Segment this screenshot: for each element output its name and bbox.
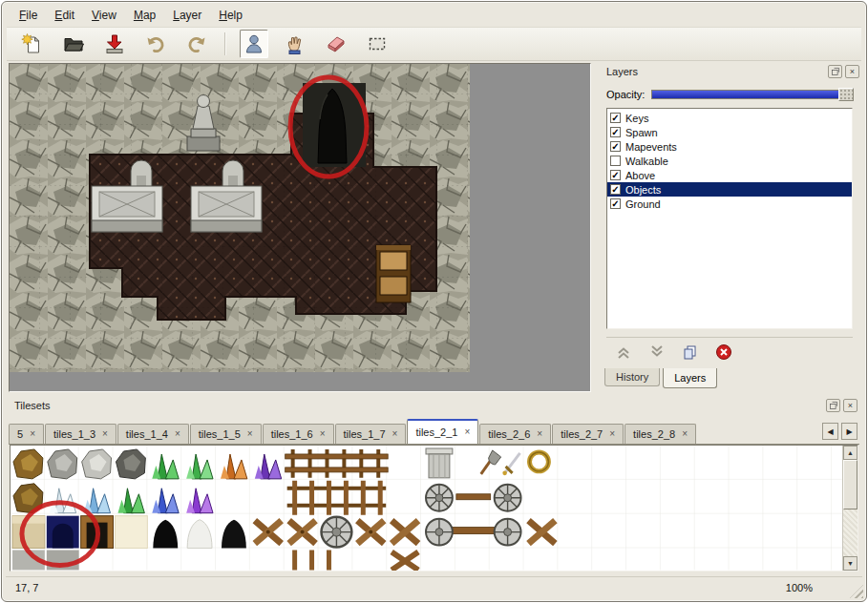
tab-tiles_1_5[interactable]: tiles_1_5 × (190, 424, 262, 444)
scroll-up-button[interactable]: ▲ (843, 446, 857, 460)
tileset-scrollbar[interactable]: ▲ ▼ (842, 446, 857, 571)
menu-layer[interactable]: Layer (165, 6, 209, 25)
select-tool-button[interactable] (363, 30, 392, 58)
tab-tiles_2_6[interactable]: tiles_2_6 × (479, 424, 551, 444)
app-window: File Edit View Map Layer Help (1, 1, 867, 602)
tab-close-icon[interactable]: × (30, 429, 35, 439)
layer-row-ground[interactable]: ✓ Ground (607, 197, 852, 211)
menu-view[interactable]: View (84, 6, 124, 25)
duplicate-layer-button[interactable] (681, 343, 700, 362)
tab-layers[interactable]: Layers (663, 368, 717, 388)
layer-label: Above (625, 170, 655, 181)
float-panel-button[interactable] (828, 65, 842, 78)
tile-plank (456, 494, 491, 500)
opacity-slider-handle[interactable] (838, 88, 854, 101)
tab-scroll-left-button[interactable]: ◀ (822, 423, 838, 440)
cabinet (376, 245, 411, 302)
tab-scroll-right-button[interactable]: ▶ (841, 423, 857, 440)
tomb-right (191, 186, 262, 232)
layer-row-keys[interactable]: ✓ Keys (607, 111, 852, 125)
tab-close-icon[interactable]: × (175, 429, 180, 439)
close-icon: × (848, 402, 853, 410)
layer-row-spawn[interactable]: ✓ Spawn (607, 125, 852, 139)
redo-button[interactable] (182, 30, 211, 58)
layers-panel-title: Layers (606, 66, 825, 77)
person-stamp-icon (243, 32, 265, 55)
tab-close-icon[interactable]: × (609, 429, 615, 439)
tab-tiles_2_8[interactable]: tiles_2_8 × (625, 424, 696, 444)
layer-label: Mapevents (625, 141, 677, 153)
tab-close-icon[interactable]: × (247, 429, 253, 439)
tab-close-icon[interactable]: × (464, 427, 470, 437)
tab-close-icon[interactable]: × (320, 429, 326, 439)
map-canvas[interactable] (10, 64, 470, 372)
tomb-left (92, 186, 162, 232)
menu-map[interactable]: Map (126, 6, 163, 25)
delete-layer-button[interactable] (714, 343, 733, 362)
delete-icon (715, 343, 732, 361)
float-icon (831, 67, 840, 76)
selected-tile-navy-door[interactable] (47, 516, 79, 549)
layer-row-objects[interactable]: ✓ Objects (607, 182, 852, 197)
eraser-tool-button[interactable] (322, 30, 350, 58)
tab-close-icon[interactable]: × (682, 429, 688, 439)
menu-file[interactable]: File (11, 6, 45, 25)
scrollbar-thumb[interactable] (843, 460, 857, 509)
float-panel-button[interactable] (826, 399, 840, 412)
scrollbar-track[interactable] (843, 460, 857, 556)
layer-checkbox[interactable]: ✓ (610, 113, 621, 123)
layer-checkbox[interactable] (610, 156, 621, 166)
layer-row-above[interactable]: ✓ Above (607, 168, 852, 182)
tab-history[interactable]: History (604, 368, 660, 386)
tile-wheel-large (322, 517, 352, 548)
close-icon: × (850, 68, 855, 76)
tab-tiles_2_1[interactable]: tiles_2_1 × (407, 419, 478, 444)
move-up-icon (615, 343, 632, 361)
tab-close-icon[interactable]: × (102, 429, 108, 439)
stamp-tool-button[interactable] (240, 30, 268, 58)
tab-tiles_1_4[interactable]: tiles_1_4 × (117, 424, 189, 444)
tab-close-icon[interactable]: × (392, 429, 398, 439)
tab-tiles_2_7[interactable]: tiles_2_7 × (552, 424, 624, 444)
save-button[interactable] (100, 30, 129, 58)
close-panel-button[interactable]: × (843, 399, 857, 412)
menu-help[interactable]: Help (211, 6, 250, 25)
layer-checkbox[interactable]: ✓ (610, 170, 621, 180)
tab-5[interactable]: 5 × (9, 424, 44, 444)
map-viewport[interactable] (9, 63, 591, 392)
layer-row-mapevents[interactable]: ✓ Mapevents (607, 139, 852, 154)
layer-checkbox[interactable]: ✓ (610, 127, 621, 137)
toolbar-separator (224, 32, 226, 55)
tab-tiles_1_7[interactable]: tiles_1_7 × (335, 424, 407, 444)
open-file-button[interactable] (59, 30, 88, 58)
save-icon (103, 32, 126, 55)
new-file-button[interactable] (18, 30, 47, 58)
tile-pale-floor (115, 516, 147, 549)
tileset-grid[interactable] (11, 446, 842, 571)
move-down-icon (648, 343, 666, 361)
opacity-label: Opacity: (606, 89, 645, 100)
layer-checkbox[interactable]: ✓ (610, 184, 621, 195)
tileset-tabbar: 5 × tiles_1_3 × tiles_1_4 × tiles_1_5 × … (9, 419, 859, 445)
undo-icon (144, 32, 167, 55)
menu-edit[interactable]: Edit (47, 6, 82, 25)
tab-tiles_1_3[interactable]: tiles_1_3 × (45, 424, 116, 444)
close-panel-button[interactable]: × (845, 65, 859, 78)
tab-close-icon[interactable]: × (537, 429, 542, 439)
brush-tool-button[interactable] (281, 30, 309, 58)
tile-tan-floor (12, 516, 45, 549)
layer-checkbox[interactable]: ✓ (610, 198, 621, 209)
undo-button[interactable] (141, 30, 170, 58)
layer-checkbox[interactable]: ✓ (610, 141, 621, 152)
scroll-down-button[interactable]: ▼ (843, 556, 857, 571)
layer-row-walkable[interactable]: Walkable (607, 154, 852, 168)
duplicate-icon (682, 343, 699, 361)
opacity-slider[interactable] (651, 90, 853, 99)
layer-list: ✓ Keys ✓ Spawn ✓ Mapevents Walkable ✓ Ab… (606, 108, 853, 329)
move-layer-down-button[interactable] (647, 343, 667, 362)
move-layer-up-button[interactable] (614, 343, 633, 362)
layers-panel: Layers × Opacity: ✓ Keys ✓ Spawn (598, 63, 864, 392)
tab-tiles_1_6[interactable]: tiles_1_6 × (263, 424, 334, 444)
tilesets-panel: Tilesets × 5 × tiles_1_3 × tiles_1_4 × (6, 397, 862, 578)
float-icon (829, 401, 838, 410)
